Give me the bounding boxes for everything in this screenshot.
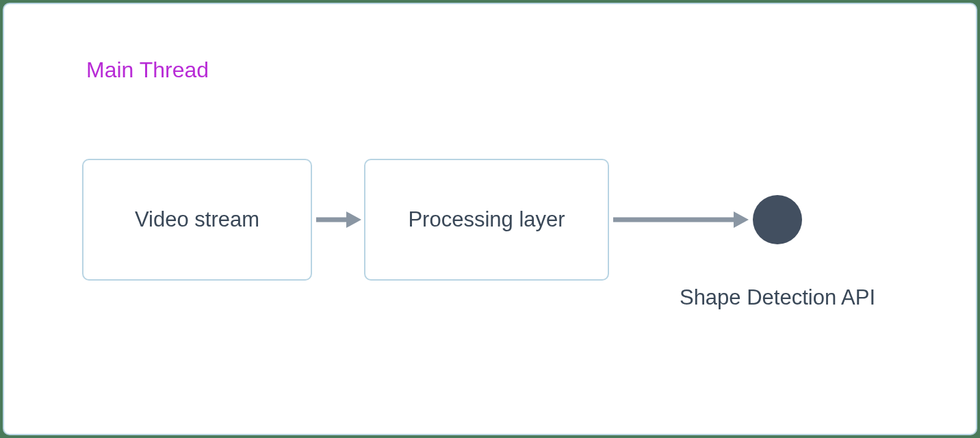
svg-marker-1 xyxy=(346,211,361,228)
diagram-title: Main Thread xyxy=(86,57,209,83)
node-video-stream: Video stream xyxy=(82,159,312,281)
diagram-container: Main Thread Video stream Processing laye… xyxy=(3,3,977,435)
circle-icon xyxy=(753,195,802,244)
node-processing-layer-label: Processing layer xyxy=(408,207,565,232)
node-shape-detection-label: Shape Detection API xyxy=(680,285,875,310)
node-shape-detection: Shape Detection API xyxy=(753,195,802,244)
arrow-icon xyxy=(609,206,751,233)
flow-row: Video stream Processing layer Shape Dete… xyxy=(82,159,802,281)
arrow-icon xyxy=(312,206,364,233)
node-video-stream-label: Video stream xyxy=(135,207,259,232)
node-processing-layer: Processing layer xyxy=(364,159,609,281)
svg-marker-3 xyxy=(734,211,749,228)
